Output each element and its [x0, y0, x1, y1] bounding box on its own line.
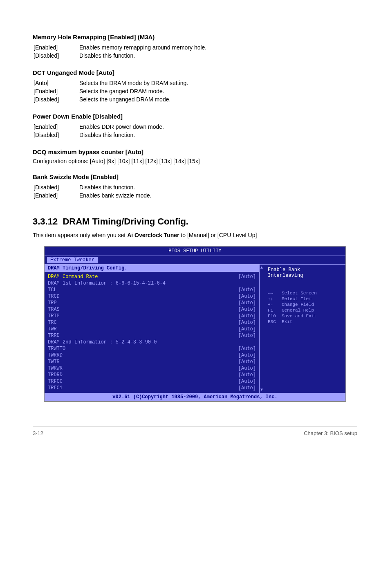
- bios-left-header: DRAM Timing/Driving Config.: [45, 265, 259, 272]
- bios-row: TRAS[Auto]: [48, 306, 256, 313]
- bios-row: TWR[Auto]: [48, 326, 256, 332]
- list-item: [Disabled]Disables this function.: [34, 184, 356, 191]
- chapter-description: This item appears only when you set Ai O…: [33, 232, 357, 238]
- config-line-dcq-bypass: Configuration options: [Auto] [9x] [10x]…: [33, 158, 357, 164]
- page-footer: 3-12 Chapter 3: BIOS setup: [33, 426, 357, 436]
- bios-row: DRAM 2nd Information : 5-2-4-3-3-90-0: [48, 339, 256, 346]
- bios-row: TRCD[Auto]: [48, 293, 256, 300]
- bios-row: TRP[Auto]: [48, 300, 256, 306]
- chapter-ref: Chapter 3: BIOS setup: [304, 430, 357, 436]
- bios-right-title: Enable Bank Interleaving: [268, 267, 341, 278]
- list-item: [Disabled]Disables this function.: [34, 52, 356, 59]
- bios-title: BIOS SETUP UTILITY: [45, 247, 345, 256]
- list-item: [Enabled]Enables memory remapping around…: [34, 44, 356, 51]
- bios-tab-extreme-tweaker[interactable]: Extreme Tweaker: [47, 257, 98, 263]
- bios-row: TRDRD[Auto]: [48, 372, 256, 378]
- section-title-dct-unganged: DCT Unganged Mode [Auto]: [33, 69, 357, 76]
- list-item: [Enabled]Enables DDR power down mode.: [34, 123, 356, 130]
- bios-row: TWTR[Auto]: [48, 359, 256, 365]
- def-table-memory-hole: [Enabled]Enables memory remapping around…: [33, 43, 357, 60]
- bios-scrollbar[interactable]: ▲ ▼: [260, 265, 264, 393]
- bios-tab-bar: Extreme Tweaker: [45, 256, 345, 265]
- section-title-power-down: Power Down Enable [Disabled]: [33, 113, 357, 120]
- bios-row: TRFC0[Auto]: [48, 378, 256, 385]
- bios-left-content: DRAM Command Rate[Auto]DRAM 1st Informat…: [45, 272, 259, 393]
- bios-row: TRRD[Auto]: [48, 332, 256, 339]
- bios-row: TRTP[Auto]: [48, 313, 256, 319]
- bios-right-panel: Enable Bank Interleaving ←→Select Screen…: [264, 265, 345, 393]
- page-number: 3-12: [33, 430, 43, 436]
- bios-key-row: ←→Select Screen: [268, 291, 341, 296]
- list-item: [Auto]Selects the DRAM mode by DRAM sett…: [34, 79, 356, 87]
- bios-footer: v02.61 (C)Copyright 1985-2009, American …: [45, 393, 345, 401]
- bios-row: TRC[Auto]: [48, 319, 256, 326]
- def-table-bank-swizzle: [Disabled]Disables this function.[Enable…: [33, 183, 357, 200]
- bios-key-row: F1General Help: [268, 308, 341, 313]
- bios-row: DRAM 1st Information : 6-6-6-15-4-21-6-4: [48, 280, 256, 287]
- bios-key-row: F10Save and Exit: [268, 314, 341, 319]
- chapter-title: 3.3.12 DRAM Timing/Driving Config.: [33, 216, 357, 227]
- bios-setup-box: BIOS SETUP UTILITY Extreme Tweaker DRAM …: [44, 246, 346, 402]
- bios-row: TRWTTO[Auto]: [48, 346, 256, 352]
- section-title-dcq-bypass: DCQ maximum bypass counter [Auto]: [33, 148, 357, 155]
- bios-key-list: ←→Select Screen↑↓Select Item+-Change Fie…: [268, 291, 341, 324]
- section-title-memory-hole: Memory Hole Remapping [Enabled] (M3A): [33, 34, 357, 40]
- bios-key-row: ↑↓Select Item: [268, 296, 341, 301]
- list-item: [Enabled]Selects the ganged DRAM mode.: [34, 88, 356, 95]
- list-item: [Enabled]Enables bank swizzle mode.: [34, 192, 356, 199]
- bios-row: TWRWR[Auto]: [48, 365, 256, 372]
- section-title-bank-swizzle: Bank Swizzle Mode [Enabled]: [33, 173, 357, 180]
- list-item: [Disabled]Selects the unganged DRAM mode…: [34, 96, 356, 103]
- bios-row: DRAM Command Rate[Auto]: [48, 274, 256, 280]
- bios-scroll-down[interactable]: ▼: [260, 388, 263, 392]
- bios-row: TCL[Auto]: [48, 287, 256, 293]
- def-table-power-down: [Enabled]Enables DDR power down mode.[Di…: [33, 122, 357, 139]
- bios-row: TRFC1[Auto]: [48, 385, 256, 391]
- bios-key-row: +-Change Field: [268, 302, 341, 307]
- bios-row: TWRRD[Auto]: [48, 352, 256, 359]
- bios-scroll-up[interactable]: ▲: [260, 265, 263, 270]
- bios-key-row: ESCExit: [268, 319, 341, 324]
- def-table-dct-unganged: [Auto]Selects the DRAM mode by DRAM sett…: [33, 79, 357, 104]
- list-item: [Disabled]Disables this function.: [34, 131, 356, 139]
